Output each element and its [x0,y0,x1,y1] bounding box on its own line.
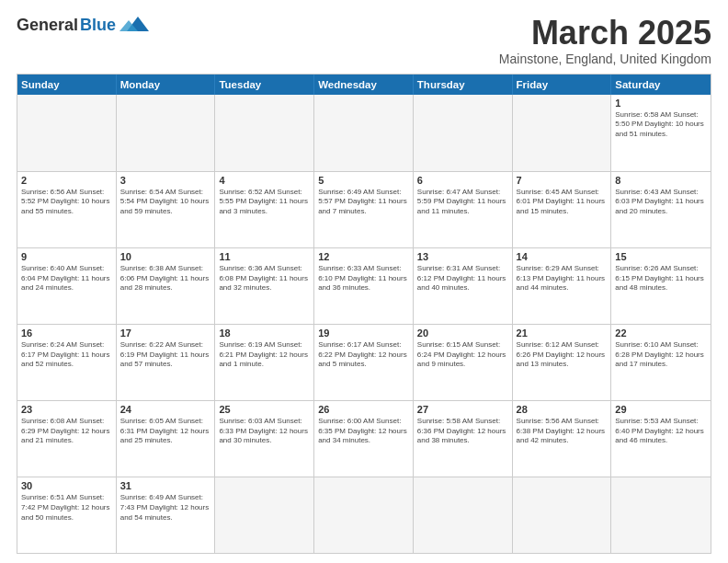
calendar-cell: 27Sunrise: 5:58 AM Sunset: 6:36 PM Dayli… [414,401,513,477]
cell-info: Sunrise: 6:51 AM Sunset: 7:42 PM Dayligh… [21,493,112,523]
cell-info: Sunrise: 5:58 AM Sunset: 6:36 PM Dayligh… [417,417,508,446]
calendar-cell: 19Sunrise: 6:17 AM Sunset: 6:22 PM Dayli… [314,325,414,400]
calendar-cell: 15Sunrise: 6:26 AM Sunset: 6:15 PM Dayli… [611,248,711,324]
day-number: 26 [318,404,409,415]
calendar-cell: 14Sunrise: 6:29 AM Sunset: 6:13 PM Dayli… [513,248,612,324]
cell-info: Sunrise: 6:52 AM Sunset: 5:55 PM Dayligh… [219,188,310,217]
calendar-cell [314,477,414,553]
calendar-cell: 13Sunrise: 6:31 AM Sunset: 6:12 PM Dayli… [414,248,513,324]
calendar-cell: 3Sunrise: 6:54 AM Sunset: 5:54 PM Daylig… [117,172,216,247]
cell-info: Sunrise: 6:26 AM Sunset: 6:15 PM Dayligh… [615,264,707,293]
logo-general: General [17,16,78,35]
cell-info: Sunrise: 6:38 AM Sunset: 6:06 PM Dayligh… [120,264,211,293]
calendar-cell [314,95,414,171]
location: Mainstone, England, United Kingdom [499,52,711,66]
day-number: 22 [615,327,707,339]
cell-info: Sunrise: 6:12 AM Sunset: 6:26 PM Dayligh… [517,340,608,370]
header-day: Monday [117,75,216,95]
cell-info: Sunrise: 6:29 AM Sunset: 6:13 PM Dayligh… [517,264,608,293]
header-day: Friday [513,75,612,95]
cell-info: Sunrise: 6:40 AM Sunset: 6:04 PM Dayligh… [21,264,112,293]
calendar-cell: 21Sunrise: 6:12 AM Sunset: 6:26 PM Dayli… [513,325,612,400]
calendar-cell [215,477,314,553]
day-number: 9 [21,251,112,262]
calendar-row: 1Sunrise: 6:58 AM Sunset: 5:50 PM Daylig… [17,95,711,171]
calendar-cell: 26Sunrise: 6:00 AM Sunset: 6:35 PM Dayli… [314,401,414,477]
day-number: 17 [120,327,211,339]
logo: General Blue [17,15,149,35]
cell-info: Sunrise: 6:36 AM Sunset: 6:08 PM Dayligh… [219,264,310,293]
header-day: Sunday [17,75,117,95]
day-number: 19 [318,327,409,339]
month-title: March 2025 [499,15,711,52]
cell-info: Sunrise: 6:22 AM Sunset: 6:19 PM Dayligh… [120,340,211,370]
day-number: 12 [318,251,409,262]
calendar-cell: 2Sunrise: 6:56 AM Sunset: 5:52 PM Daylig… [17,172,117,247]
day-number: 31 [120,480,211,491]
calendar-row: 2Sunrise: 6:56 AM Sunset: 5:52 PM Daylig… [17,171,711,247]
calendar-cell [611,477,711,553]
calendar-body: 1Sunrise: 6:58 AM Sunset: 5:50 PM Daylig… [17,95,711,553]
calendar: SundayMondayTuesdayWednesdayThursdayFrid… [17,74,711,554]
day-number: 23 [21,404,112,415]
calendar-cell: 6Sunrise: 6:47 AM Sunset: 5:59 PM Daylig… [414,172,513,247]
calendar-cell: 10Sunrise: 6:38 AM Sunset: 6:06 PM Dayli… [117,248,216,324]
calendar-cell: 8Sunrise: 6:43 AM Sunset: 6:03 PM Daylig… [611,172,711,247]
day-number: 29 [615,404,707,415]
cell-info: Sunrise: 6:56 AM Sunset: 5:52 PM Dayligh… [21,188,112,217]
calendar-cell [513,477,612,553]
day-number: 2 [21,175,112,186]
calendar-row: 16Sunrise: 6:24 AM Sunset: 6:17 PM Dayli… [17,324,711,400]
day-number: 21 [517,327,608,339]
day-number: 10 [120,251,211,262]
cell-info: Sunrise: 6:31 AM Sunset: 6:12 PM Dayligh… [417,264,508,293]
calendar-cell: 28Sunrise: 5:56 AM Sunset: 6:38 PM Dayli… [513,401,612,477]
calendar-cell: 4Sunrise: 6:52 AM Sunset: 5:55 PM Daylig… [215,172,314,247]
day-number: 25 [219,404,310,415]
calendar-cell: 30Sunrise: 6:51 AM Sunset: 7:42 PM Dayli… [17,477,117,553]
cell-info: Sunrise: 6:43 AM Sunset: 6:03 PM Dayligh… [615,188,707,217]
calendar-cell: 20Sunrise: 6:15 AM Sunset: 6:24 PM Dayli… [414,325,513,400]
day-number: 15 [615,251,707,262]
day-number: 16 [21,327,112,339]
calendar-cell [117,95,216,171]
day-number: 28 [517,404,608,415]
calendar-cell: 17Sunrise: 6:22 AM Sunset: 6:19 PM Dayli… [117,325,216,400]
cell-info: Sunrise: 6:19 AM Sunset: 6:21 PM Dayligh… [219,340,310,370]
calendar-cell: 5Sunrise: 6:49 AM Sunset: 5:57 PM Daylig… [314,172,414,247]
calendar-cell: 24Sunrise: 6:05 AM Sunset: 6:31 PM Dayli… [117,401,216,477]
cell-info: Sunrise: 6:05 AM Sunset: 6:31 PM Dayligh… [120,417,211,446]
calendar-cell [17,95,117,171]
cell-info: Sunrise: 6:54 AM Sunset: 5:54 PM Dayligh… [120,188,211,217]
cell-info: Sunrise: 6:03 AM Sunset: 6:33 PM Dayligh… [219,417,310,446]
day-number: 14 [517,251,608,262]
cell-info: Sunrise: 6:15 AM Sunset: 6:24 PM Dayligh… [417,340,508,370]
cell-info: Sunrise: 6:47 AM Sunset: 5:59 PM Dayligh… [417,188,508,217]
header-day: Wednesday [314,75,414,95]
logo-blue: Blue [80,16,116,35]
calendar-row: 9Sunrise: 6:40 AM Sunset: 6:04 PM Daylig… [17,247,711,324]
day-number: 27 [417,404,508,415]
cell-info: Sunrise: 6:33 AM Sunset: 6:10 PM Dayligh… [318,264,409,293]
cell-info: Sunrise: 6:08 AM Sunset: 6:29 PM Dayligh… [21,417,112,446]
calendar-header: SundayMondayTuesdayWednesdayThursdayFrid… [17,75,711,95]
calendar-cell: 11Sunrise: 6:36 AM Sunset: 6:08 PM Dayli… [215,248,314,324]
calendar-cell: 31Sunrise: 6:49 AM Sunset: 7:43 PM Dayli… [117,477,216,553]
cell-info: Sunrise: 6:00 AM Sunset: 6:35 PM Dayligh… [318,417,409,446]
calendar-row: 30Sunrise: 6:51 AM Sunset: 7:42 PM Dayli… [17,477,711,553]
day-number: 24 [120,404,211,415]
header-day: Tuesday [215,75,314,95]
cell-info: Sunrise: 6:10 AM Sunset: 6:28 PM Dayligh… [615,340,707,370]
cell-info: Sunrise: 6:58 AM Sunset: 5:50 PM Dayligh… [615,110,707,140]
cell-info: Sunrise: 5:56 AM Sunset: 6:38 PM Dayligh… [517,417,608,446]
cell-info: Sunrise: 6:17 AM Sunset: 6:22 PM Dayligh… [318,340,409,370]
header-day: Saturday [611,75,711,95]
calendar-cell [215,95,314,171]
cell-info: Sunrise: 6:24 AM Sunset: 6:17 PM Dayligh… [21,340,112,370]
page: General Blue March 2025 Mainstone, Engla… [0,0,728,563]
logo-icon [119,15,149,35]
calendar-cell [414,95,513,171]
calendar-cell: 16Sunrise: 6:24 AM Sunset: 6:17 PM Dayli… [17,325,117,400]
title-block: March 2025 Mainstone, England, United Ki… [499,15,711,66]
calendar-row: 23Sunrise: 6:08 AM Sunset: 6:29 PM Dayli… [17,400,711,477]
